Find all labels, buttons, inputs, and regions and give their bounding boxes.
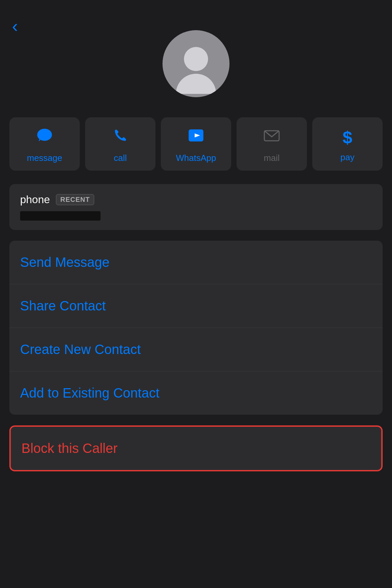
block-caller-item[interactable]: Block this Caller	[11, 427, 381, 470]
avatar-section	[0, 0, 392, 117]
message-icon	[36, 127, 53, 148]
message-label: message	[27, 153, 62, 163]
avatar-head	[184, 47, 208, 71]
recent-badge: RECENT	[56, 194, 94, 205]
send-message-item[interactable]: Send Message	[9, 241, 383, 284]
pay-icon: $	[343, 127, 352, 148]
avatar-person-shape	[176, 47, 216, 94]
svg-point-0	[37, 129, 52, 141]
call-icon	[112, 127, 129, 148]
phone-label-row: phone RECENT	[20, 193, 372, 206]
share-contact-item[interactable]: Share Contact	[9, 284, 383, 328]
menu-section: Send Message Share Contact Create New Co…	[9, 241, 383, 415]
mail-icon	[263, 127, 280, 148]
phone-section: phone RECENT	[9, 184, 383, 230]
pay-label: pay	[340, 152, 354, 163]
avatar	[162, 30, 230, 97]
phone-label: phone	[20, 193, 50, 206]
block-section: Block this Caller	[9, 425, 383, 471]
mail-label: mail	[264, 153, 280, 163]
action-button-message[interactable]: message	[9, 117, 80, 171]
avatar-body	[176, 74, 216, 94]
action-button-call[interactable]: call	[85, 117, 155, 171]
add-to-existing-contact-item[interactable]: Add to Existing Contact	[9, 371, 383, 415]
action-button-pay[interactable]: $ pay	[312, 117, 383, 171]
create-new-contact-item[interactable]: Create New Contact	[9, 328, 383, 371]
back-button[interactable]: ‹	[12, 17, 18, 35]
whatsapp-label: WhatsApp	[176, 153, 216, 163]
action-button-mail[interactable]: mail	[237, 117, 307, 171]
action-buttons-row: message call WhatsApp mail	[0, 117, 392, 171]
call-label: call	[114, 153, 127, 163]
action-button-whatsapp[interactable]: WhatsApp	[161, 117, 231, 171]
whatsapp-icon	[187, 127, 205, 148]
phone-number-redacted	[20, 211, 101, 221]
